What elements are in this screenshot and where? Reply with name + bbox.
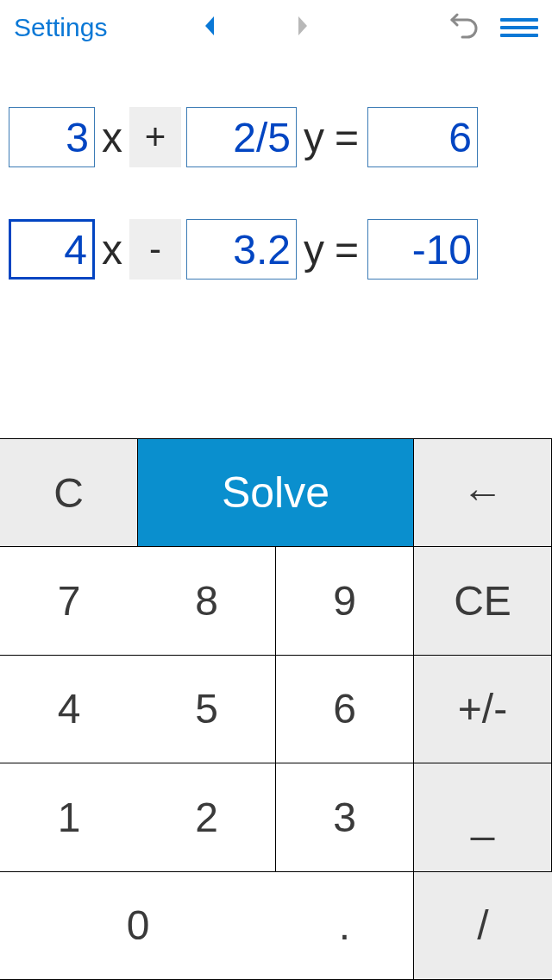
menu-icon[interactable] — [500, 18, 538, 37]
key-9[interactable]: 9 — [276, 547, 414, 655]
key-7[interactable]: 7 — [0, 547, 138, 655]
equations-area: 3 x + 2/5 y = 6 4 x - 3.2 y = -10 — [0, 55, 552, 438]
undo-icon[interactable] — [450, 13, 480, 42]
next-arrow-icon[interactable] — [295, 15, 310, 41]
x-label: x — [100, 114, 124, 161]
nav-arrows — [202, 15, 310, 41]
eq1-operator-toggle[interactable]: + — [129, 107, 181, 167]
key-8[interactable]: 8 — [138, 547, 276, 655]
eq2-coef-y-input[interactable]: 3.2 — [186, 219, 297, 280]
svg-marker-0 — [205, 16, 214, 35]
slash-button[interactable]: / — [414, 872, 552, 980]
keypad: C Solve ← 7 8 9 CE 4 5 6 +/- 1 2 3 _ 0 .… — [0, 438, 552, 980]
clear-entry-button[interactable]: CE — [414, 547, 552, 655]
equation-row-2: 4 x - 3.2 y = -10 — [9, 219, 543, 280]
y-label: y — [302, 114, 326, 161]
eq1-coef-x-input[interactable]: 3 — [9, 107, 95, 167]
y-label: y — [302, 226, 326, 273]
eq1-coef-y-input[interactable]: 2/5 — [186, 107, 297, 167]
underscore-button[interactable]: _ — [414, 763, 552, 871]
backspace-button[interactable]: ← — [414, 439, 552, 547]
solve-button[interactable]: Solve — [138, 439, 414, 547]
header: Settings — [0, 0, 552, 55]
key-2[interactable]: 2 — [138, 763, 276, 871]
key-0[interactable]: 0 — [0, 872, 276, 980]
eq2-rhs-input[interactable]: -10 — [367, 219, 478, 280]
key-1[interactable]: 1 — [0, 763, 138, 871]
clear-button[interactable]: C — [0, 439, 138, 547]
eq2-coef-x-input[interactable]: 4 — [9, 219, 95, 280]
eq1-rhs-input[interactable]: 6 — [367, 107, 478, 167]
eq2-operator-toggle[interactable]: - — [129, 219, 181, 280]
key-5[interactable]: 5 — [138, 656, 276, 763]
decimal-button[interactable]: . — [276, 872, 414, 980]
prev-arrow-icon[interactable] — [202, 15, 217, 41]
settings-link[interactable]: Settings — [14, 13, 107, 42]
svg-marker-1 — [298, 16, 307, 35]
backspace-icon: ← — [462, 469, 504, 517]
equals-label: = — [331, 114, 362, 161]
x-label: x — [100, 226, 124, 273]
equation-row-1: 3 x + 2/5 y = 6 — [9, 107, 543, 167]
header-right — [450, 13, 538, 42]
key-4[interactable]: 4 — [0, 656, 138, 763]
equals-label: = — [331, 226, 362, 273]
key-3[interactable]: 3 — [276, 763, 414, 871]
key-6[interactable]: 6 — [276, 656, 414, 763]
plus-minus-button[interactable]: +/- — [414, 656, 552, 763]
